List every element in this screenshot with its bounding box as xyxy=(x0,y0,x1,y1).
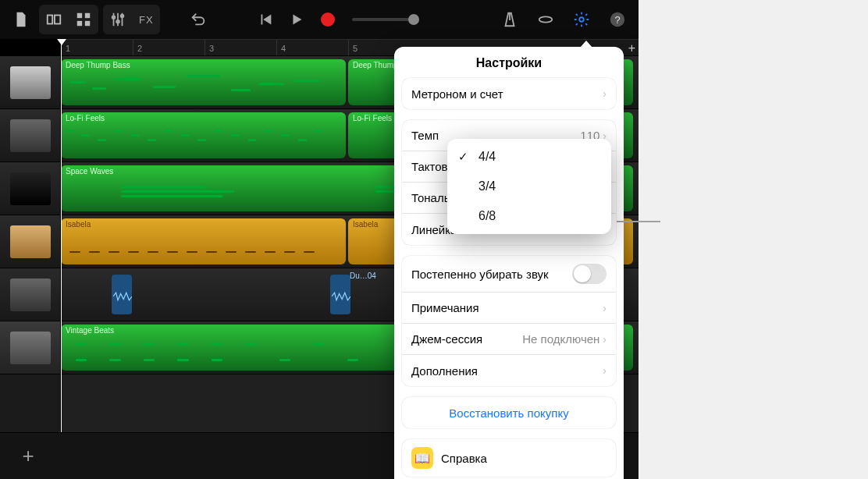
track-header[interactable] xyxy=(0,162,60,215)
fadeout-row[interactable]: Постепенно убирать звук xyxy=(402,256,616,293)
midi-region[interactable]: Isabela xyxy=(61,218,346,264)
metronome-icon[interactable] xyxy=(496,6,523,33)
go-to-start-icon[interactable] xyxy=(252,6,279,33)
loop-icon[interactable] xyxy=(532,6,559,33)
toolbar: FX ? xyxy=(0,0,639,39)
row-label: Примечания xyxy=(411,301,479,314)
region-title: Lo-Fi Feels xyxy=(66,114,341,122)
chevron-right-icon: › xyxy=(603,302,607,314)
settings-popover: Настройки Метроном и счет › Темп 110› Та… xyxy=(394,47,624,479)
instrument-icon xyxy=(10,172,51,205)
restore-label: Восстановить покупку xyxy=(411,406,607,420)
track-header[interactable] xyxy=(0,268,60,321)
audio-region[interactable] xyxy=(112,275,132,314)
instrument-icon xyxy=(10,119,51,152)
svg-rect-2 xyxy=(77,13,82,18)
chevron-right-icon: › xyxy=(603,364,607,377)
row-label: Постепенно убирать звук xyxy=(411,268,549,281)
track-header[interactable] xyxy=(0,109,60,162)
svg-point-9 xyxy=(579,17,584,22)
region-title: Deep Thump Bass xyxy=(66,61,341,69)
view-toggle[interactable] xyxy=(39,5,98,34)
addons-row[interactable]: Дополнения › xyxy=(402,355,616,386)
book-icon: 📖 xyxy=(411,447,433,469)
help-label: Справка xyxy=(441,452,487,465)
region-title: Isabela xyxy=(66,220,341,229)
ruler-tick: 3 xyxy=(205,40,276,55)
help-row[interactable]: 📖 Справка xyxy=(402,439,616,477)
add-section-icon[interactable]: + xyxy=(628,41,635,55)
ruler-tick: 2 xyxy=(133,40,205,55)
dropdown-option[interactable]: 6/8 xyxy=(447,201,611,231)
settings-icon[interactable] xyxy=(568,6,595,33)
svg-rect-0 xyxy=(48,16,52,24)
tracks-view-icon[interactable] xyxy=(41,6,67,33)
help-icon[interactable]: ? xyxy=(604,6,631,33)
master-volume-slider[interactable] xyxy=(352,18,414,21)
svg-point-7 xyxy=(116,20,119,23)
midi-region[interactable]: Deep Thump Bass xyxy=(61,59,346,105)
svg-rect-3 xyxy=(85,13,90,18)
track-header[interactable] xyxy=(0,215,60,268)
svg-rect-5 xyxy=(85,21,90,26)
metronome-row[interactable]: Метроном и счет › xyxy=(402,78,616,109)
instrument-icon xyxy=(10,66,51,99)
restore-purchase-button[interactable]: Восстановить покупку xyxy=(402,397,616,428)
playhead[interactable] xyxy=(61,39,62,432)
mixer-icon[interactable] xyxy=(105,6,131,33)
popover-title: Настройки xyxy=(394,47,624,78)
grid-view-icon[interactable] xyxy=(70,6,97,33)
file-icon[interactable] xyxy=(8,6,34,33)
audio-region[interactable] xyxy=(330,275,350,314)
row-label: Темп xyxy=(411,129,439,142)
track-header[interactable] xyxy=(0,56,60,109)
row-label: Дополнения xyxy=(411,364,478,378)
instrument-icon xyxy=(10,332,51,364)
track-header[interactable] xyxy=(0,321,60,374)
ruler-tick: 1 xyxy=(61,40,133,55)
ruler-tick: 4 xyxy=(276,40,348,55)
instrument-icon xyxy=(10,279,51,311)
callout-line xyxy=(617,221,660,222)
add-track-button[interactable]: + xyxy=(11,439,45,474)
midi-region[interactable]: Lo-Fi Feels xyxy=(61,112,346,158)
svg-point-8 xyxy=(121,15,124,18)
svg-rect-4 xyxy=(77,21,82,26)
region-title: Du…04 xyxy=(350,271,376,280)
jam-row[interactable]: Джем-сессия Не подключен› xyxy=(402,324,616,355)
row-label: Джем-сессия xyxy=(411,332,482,346)
dropdown-option[interactable]: 3/4 xyxy=(447,172,611,201)
mixer-fx-group: FX xyxy=(103,5,160,34)
timesig-dropdown: 4/4 3/4 6/8 xyxy=(447,139,611,234)
svg-rect-1 xyxy=(55,16,60,24)
jam-value: Не подключен xyxy=(522,332,599,346)
notes-row[interactable]: Примечания › xyxy=(402,293,616,324)
record-button[interactable] xyxy=(315,6,341,33)
row-label: Метроном и счет xyxy=(411,87,503,101)
fadeout-toggle[interactable] xyxy=(572,264,607,284)
play-icon[interactable] xyxy=(283,6,310,33)
chevron-right-icon: › xyxy=(603,87,607,100)
svg-text:?: ? xyxy=(614,14,620,26)
track-headers xyxy=(0,56,61,432)
fx-button[interactable]: FX xyxy=(134,14,158,26)
instrument-icon xyxy=(10,225,51,258)
chevron-right-icon: › xyxy=(603,333,607,346)
dropdown-option[interactable]: 4/4 xyxy=(447,142,611,172)
undo-icon[interactable] xyxy=(185,6,212,33)
svg-point-6 xyxy=(112,16,116,19)
